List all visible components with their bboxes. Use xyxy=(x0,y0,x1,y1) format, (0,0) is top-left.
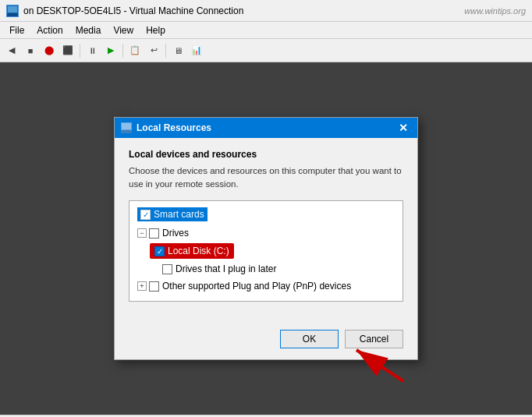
toolbar-undo[interactable]: ↩ xyxy=(145,42,162,59)
drives-label: Drives xyxy=(162,228,189,239)
svg-rect-1 xyxy=(7,13,18,16)
toolbar-record[interactable]: ⬤ xyxy=(41,42,58,59)
pnp-devices-item[interactable]: + Other supported Plug and Play (PnP) de… xyxy=(134,279,398,293)
pnp-checkbox[interactable] xyxy=(149,281,159,292)
drives-expand-icon[interactable]: − xyxy=(137,228,147,238)
drives-later-item[interactable]: Drives that I plug in later xyxy=(134,262,398,276)
dialog-buttons: OK Cancel xyxy=(115,323,417,359)
menu-bar: File Action Media View Help xyxy=(0,22,532,39)
dialog-content: Local devices and resources Choose the d… xyxy=(115,138,417,324)
menu-view[interactable]: View xyxy=(107,23,140,37)
svg-rect-4 xyxy=(121,130,132,133)
toolbar-monitor[interactable]: 🖥 xyxy=(169,42,186,59)
ok-button[interactable]: OK xyxy=(280,330,339,348)
dialog-icon xyxy=(121,122,132,133)
toolbar-sep-3 xyxy=(165,44,166,58)
toolbar-box[interactable]: ⬛ xyxy=(59,42,76,59)
smart-cards-checkbox[interactable]: ✓ xyxy=(140,210,151,220)
toolbar-clipboard[interactable]: 📋 xyxy=(126,42,144,59)
resources-tree: ✓ Smart cards − Drives ✓ Local Disk (C:) xyxy=(129,200,403,302)
local-disk-item[interactable]: ✓ Local Disk (C:) xyxy=(134,242,398,260)
menu-action[interactable]: Action xyxy=(30,23,69,37)
menu-file[interactable]: File xyxy=(3,23,30,37)
menu-help[interactable]: Help xyxy=(140,23,172,37)
dialog-description: Choose the devices and resources on this… xyxy=(129,164,403,192)
title-bar: on DESKTOP-5OE4LI5 - Virtual Machine Con… xyxy=(0,0,532,22)
pnp-expand-icon[interactable]: + xyxy=(137,281,147,291)
toolbar-chart[interactable]: 📊 xyxy=(188,42,205,59)
drives-checkbox[interactable] xyxy=(149,228,159,239)
local-disk-checkbox[interactable]: ✓ xyxy=(154,246,165,256)
drives-item[interactable]: − Drives xyxy=(134,226,398,240)
dialog-title: Local Resources xyxy=(137,122,211,133)
pnp-label: Other supported Plug and Play (PnP) devi… xyxy=(162,281,351,292)
toolbar-back[interactable]: ◀ xyxy=(3,42,20,59)
drives-later-label: Drives that I plug in later xyxy=(176,263,276,274)
local-disk-label: Local Disk (C:) xyxy=(168,246,229,256)
dialog-titlebar: Local Resources ✕ xyxy=(115,118,417,138)
smart-cards-item[interactable]: ✓ Smart cards xyxy=(134,206,398,223)
dialog-close-button[interactable]: ✕ xyxy=(395,120,411,136)
toolbar-sep-2 xyxy=(122,44,123,58)
svg-rect-2 xyxy=(8,6,17,12)
local-resources-dialog: Local Resources ✕ Local devices and reso… xyxy=(114,117,418,361)
drives-later-checkbox[interactable] xyxy=(162,264,172,274)
watermark: www.wintips.org xyxy=(464,6,526,16)
toolbar-sep-1 xyxy=(80,44,80,58)
menu-media[interactable]: Media xyxy=(69,23,108,37)
toolbar-stop[interactable]: ■ xyxy=(22,42,39,59)
toolbar-pause[interactable]: ⏸ xyxy=(83,42,101,59)
toolbar-play[interactable]: ▶ xyxy=(102,42,119,59)
smart-cards-label: Smart cards xyxy=(154,209,204,220)
svg-rect-5 xyxy=(122,123,131,129)
cancel-button[interactable]: Cancel xyxy=(345,330,403,348)
main-area: Local Resources ✕ Local devices and reso… xyxy=(0,62,532,415)
app-icon xyxy=(6,5,19,17)
title-bar-text: on DESKTOP-5OE4LI5 - Virtual Machine Con… xyxy=(23,5,464,16)
section-title: Local devices and resources xyxy=(129,149,403,160)
toolbar: ◀ ■ ⬤ ⬛ ⏸ ▶ 📋 ↩ 🖥 📊 xyxy=(0,39,532,62)
